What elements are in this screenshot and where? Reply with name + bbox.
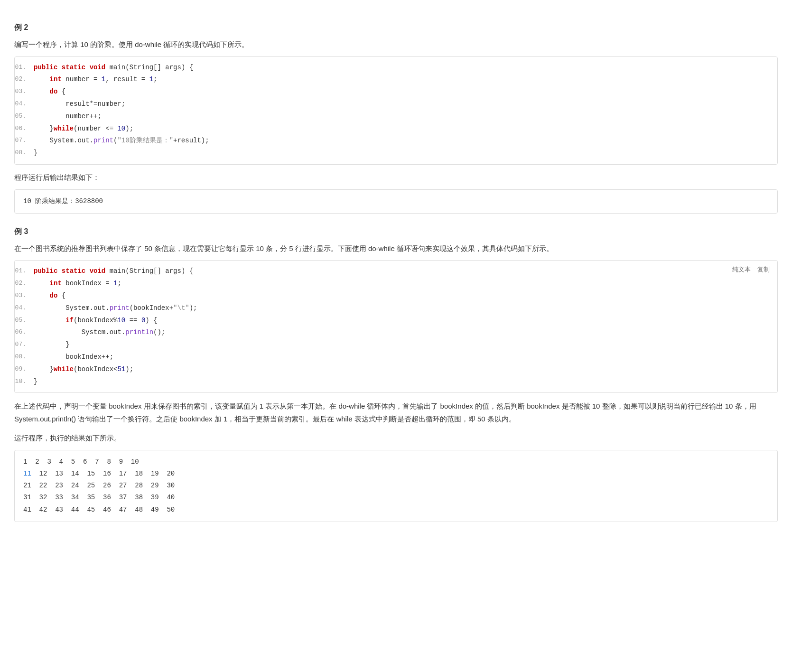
output-row: 11 12 13 14 15 16 17 18 19 20: [23, 468, 769, 480]
code-line: 05. number++;: [15, 111, 777, 123]
plain-text-button[interactable]: 纯文本: [730, 264, 753, 275]
example3-section: 例 3 在一个图书系统的推荐图书列表中保存了 50 条信息，现在需要让它每行显示…: [14, 225, 778, 522]
example3-title: 例 3: [14, 225, 778, 238]
example2-desc: 编写一个程序，计算 10 的阶乘。使用 do-while 循环的实现代码如下所示…: [14, 38, 778, 51]
example3-run-label: 运行程序，执行的结果如下所示。: [14, 432, 778, 444]
code-line: 04. result*=number;: [15, 98, 777, 111]
output-line: 10 阶乘结果是：3628800: [23, 196, 769, 207]
example2-title: 例 2: [14, 21, 778, 34]
code-line: 03. do {: [15, 86, 777, 98]
output-row: 21 22 23 24 25 26 27 28 29 30: [23, 480, 769, 492]
code-line: 09. }while(bookIndex<51);: [15, 364, 777, 376]
example2-section: 例 2 编写一个程序，计算 10 的阶乘。使用 do-while 循环的实现代码…: [14, 21, 778, 214]
code-line: 02. int number = 1, result = 1;: [15, 74, 777, 86]
code-line: 08. }: [15, 147, 777, 159]
code-line: 01. public static void main(String[] arg…: [15, 62, 777, 74]
copy-button[interactable]: 复制: [755, 264, 772, 275]
output-row: 1 2 3 4 5 6 7 8 9 10: [23, 456, 769, 468]
code-line: 01. public static void main(String[] arg…: [15, 265, 777, 278]
output-row: 41 42 43 44 45 46 47 48 49 50: [23, 504, 769, 516]
example2-code-block: 01. public static void main(String[] arg…: [14, 56, 778, 165]
example3-desc: 在一个图书系统的推荐图书列表中保存了 50 条信息，现在需要让它每行显示 10 …: [14, 243, 778, 255]
example2-output-label: 程序运行后输出结果如下：: [14, 171, 778, 184]
code-line: 07. System.out.print("10阶乘结果是："+result);: [15, 135, 777, 147]
code-line: 06. }while(number <= 10);: [15, 123, 777, 135]
code-line: 05. if(bookIndex%10 == 0) {: [15, 315, 777, 327]
code-line: 06. System.out.println();: [15, 327, 777, 339]
code-line: 04. System.out.print(bookIndex+"\t");: [15, 302, 777, 315]
example3-summary: 在上述代码中，声明一个变量 bookIndex 用来保存图书的索引，该变量赋值为…: [14, 400, 778, 425]
code-line: 10. }: [15, 376, 777, 388]
toolbar: 纯文本 复制: [730, 264, 772, 275]
example3-code-block: 纯文本 复制 01. public static void main(Strin…: [14, 260, 778, 393]
example2-output-block: 10 阶乘结果是：3628800: [14, 189, 778, 214]
code-line: 02. int bookIndex = 1;: [15, 278, 777, 290]
code-line: 03. do {: [15, 290, 777, 302]
code-line: 07. }: [15, 339, 777, 351]
code-line: 08. bookIndex++;: [15, 351, 777, 364]
example3-output-block: 1 2 3 4 5 6 7 8 9 10 11 12 13 14 15 16 1…: [14, 450, 778, 522]
output-row: 31 32 33 34 35 36 37 38 39 40: [23, 492, 769, 504]
